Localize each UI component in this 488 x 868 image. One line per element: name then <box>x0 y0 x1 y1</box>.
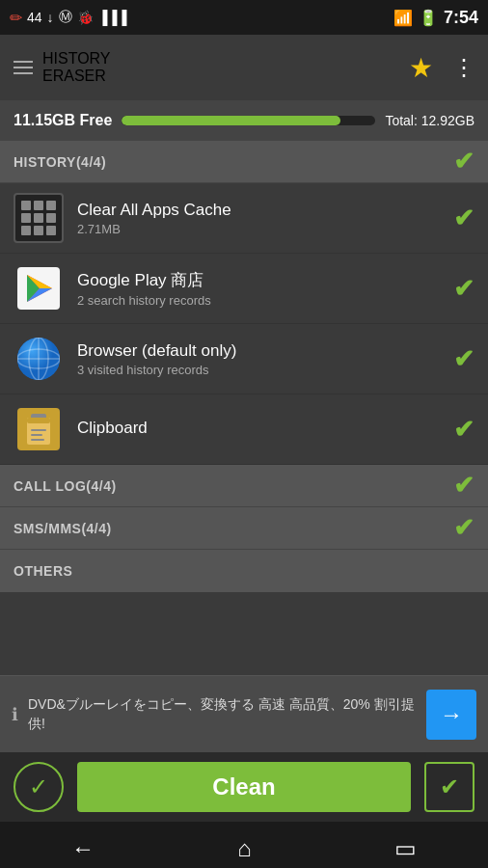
ad-text: DVD&ブルーレイをコピー、変換する 高速 高品質、20% 割引提供! <box>28 695 417 733</box>
storage-progress-bar <box>122 116 375 125</box>
app-title: HISTORY ERASER <box>42 50 111 84</box>
sms-section-check[interactable] <box>453 513 474 543</box>
cache-item-check[interactable] <box>453 203 474 233</box>
app-title-area: HISTORY ERASER <box>14 50 111 84</box>
status-time: 7:54 <box>444 8 478 28</box>
ad-banner: ℹ DVD&ブルーレイをコピー、変換する 高速 高品質、20% 割引提供! → <box>0 675 488 752</box>
google-play-item-text: Google Play 商店 2 search history records <box>77 269 440 308</box>
google-play-item-title: Google Play 商店 <box>77 269 440 291</box>
cache-icon <box>14 193 64 243</box>
ad-arrow-icon: → <box>440 701 463 728</box>
call-log-section-header: CALL LOG(4/4) <box>0 465 488 507</box>
ad-arrow-button[interactable]: → <box>426 690 476 740</box>
header-icons: ★ ⋮ <box>409 52 474 84</box>
browser-item-subtitle: 3 visited history records <box>77 363 440 377</box>
sms-section-header: SMS/MMS(4/4) <box>0 507 488 550</box>
svg-rect-17 <box>31 439 44 441</box>
home-icon[interactable]: ⌂ <box>237 835 252 862</box>
browser-item-title: Browser (default only) <box>77 341 440 361</box>
others-section-header: OTHERS <box>0 550 488 592</box>
clean-label: Clean <box>212 773 275 800</box>
list-item-google-play[interactable]: Google Play 商店 2 search history records <box>0 254 488 324</box>
download-icon: ↓ <box>47 10 54 25</box>
cache-item-subtitle: 2.71MB <box>77 222 440 236</box>
content-filler <box>0 592 488 675</box>
hamburger-menu-icon[interactable] <box>14 61 33 74</box>
app-header: HISTORY ERASER ★ ⋮ <box>0 35 488 100</box>
call-log-section-title: CALL LOG(4/4) <box>14 478 117 494</box>
star-icon[interactable]: ★ <box>409 52 433 84</box>
cache-item-title: Clear All Apps Cache <box>77 201 440 220</box>
status-bar-left: ✏ 44 ↓ Ⓜ 🐞 ▐▐▐ <box>10 9 126 27</box>
history-section-title: HISTORY(4/4) <box>14 154 106 170</box>
call-log-section-check[interactable] <box>453 471 474 501</box>
pencil-icon: ✏ <box>10 9 22 27</box>
clipboard-item-check[interactable] <box>453 415 474 445</box>
clipboard-item-title: Clipboard <box>77 419 440 438</box>
more-options-icon[interactable]: ⋮ <box>452 54 474 81</box>
sms-section-title: SMS/MMS(4/4) <box>14 521 112 536</box>
schedule-icon: ✓ <box>29 773 48 800</box>
schedule-button[interactable]: ✓ <box>14 762 64 812</box>
storage-progress-fill <box>122 116 339 125</box>
svg-rect-16 <box>31 434 42 436</box>
svg-rect-15 <box>31 429 46 431</box>
battery-number-icon: 44 <box>27 10 42 25</box>
google-play-icon <box>14 263 64 313</box>
clipboard-item-text: Clipboard <box>77 419 440 440</box>
history-section-header: HISTORY(4/4) <box>0 141 488 183</box>
browser-item-check[interactable] <box>453 344 474 374</box>
wifi-icon: 📶 <box>393 9 413 27</box>
app-title-eraser: ERASER <box>42 68 111 85</box>
svg-rect-14 <box>27 418 50 423</box>
signal-bars-icon: ▐▐▐ <box>98 10 127 25</box>
battery-icon: 🔋 <box>419 9 438 27</box>
others-section-title: OTHERS <box>14 563 72 579</box>
bug-icon: 🐞 <box>77 10 94 25</box>
clean-button[interactable]: Clean <box>77 762 411 812</box>
browser-icon <box>14 334 64 384</box>
browser-item-text: Browser (default only) 3 visited history… <box>77 341 440 377</box>
storage-free-label: 11.15GB Free <box>14 112 112 129</box>
recents-icon[interactable]: ▭ <box>394 835 417 862</box>
status-bar-right: 📶 🔋 7:54 <box>393 8 478 28</box>
google-play-item-check[interactable] <box>453 274 474 304</box>
select-all-icon <box>440 773 459 800</box>
google-play-item-subtitle: 2 search history records <box>77 293 440 308</box>
history-section-check[interactable] <box>453 147 474 176</box>
nav-bar: ← ⌂ ▭ <box>0 822 488 868</box>
motorola-icon: Ⓜ <box>59 9 72 26</box>
back-icon[interactable]: ← <box>71 835 95 862</box>
storage-total-label: Total: 12.92GB <box>385 113 474 128</box>
bottom-action-bar: ✓ Clean <box>0 752 488 822</box>
status-bar: ✏ 44 ↓ Ⓜ 🐞 ▐▐▐ 📶 🔋 7:54 <box>0 0 488 35</box>
list-item-clipboard[interactable]: Clipboard <box>0 394 488 465</box>
list-item-cache[interactable]: Clear All Apps Cache 2.71MB <box>0 183 488 254</box>
ad-info-icon: ℹ <box>12 704 18 725</box>
select-all-button[interactable] <box>424 762 474 812</box>
cache-item-text: Clear All Apps Cache 2.71MB <box>77 201 440 236</box>
app-title-history: HISTORY <box>42 50 111 68</box>
list-item-browser[interactable]: Browser (default only) 3 visited history… <box>0 324 488 394</box>
storage-bar: 11.15GB Free Total: 12.92GB <box>0 100 488 141</box>
clipboard-icon <box>14 404 64 454</box>
